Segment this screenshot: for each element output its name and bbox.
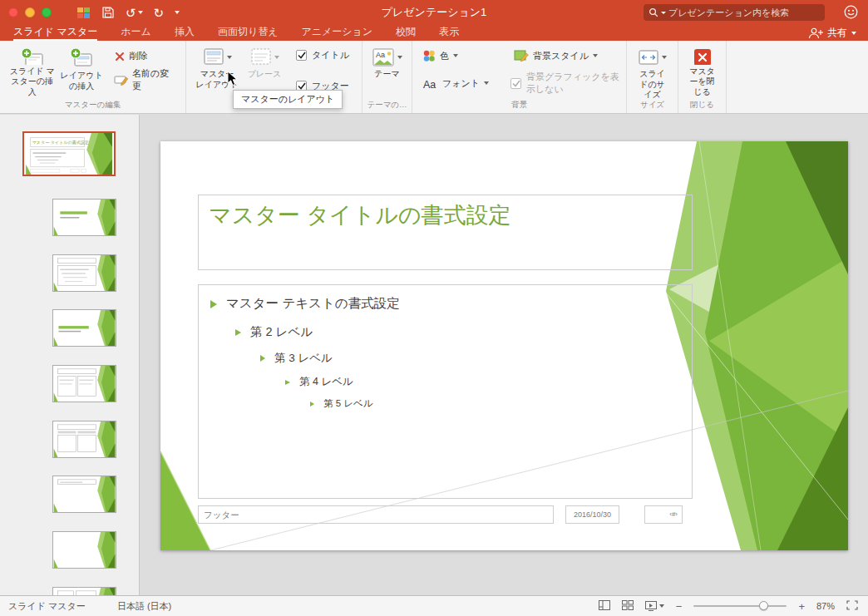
thumbnail-layout-title-content[interactable] bbox=[52, 254, 116, 292]
theme-aa-glyph: Aa bbox=[376, 51, 385, 59]
footer-text: フッター bbox=[204, 510, 239, 520]
save-icon[interactable] bbox=[101, 6, 115, 19]
search-icon bbox=[649, 7, 658, 17]
tab-slide-master[interactable]: スライド マスター bbox=[13, 25, 97, 41]
group-label-size: サイズ bbox=[627, 100, 678, 111]
tab-review[interactable]: 校閲 bbox=[396, 25, 416, 41]
footer-placeholder[interactable]: フッター bbox=[198, 505, 554, 524]
bullet-text-5: 第 5 レベル bbox=[323, 397, 373, 410]
slide-number-placeholder[interactable]: ‹#› bbox=[644, 505, 683, 524]
hide-background-graphics-checkbox[interactable]: 背景グラフィックを表示しない bbox=[510, 71, 619, 96]
zoom-percent[interactable]: 87% bbox=[816, 601, 835, 611]
statusbar-view-label: スライド マスター bbox=[8, 600, 86, 613]
undo-button[interactable]: ↺ bbox=[126, 7, 143, 19]
search-input[interactable] bbox=[668, 7, 820, 17]
colors-icon bbox=[422, 49, 436, 62]
title-placeholder[interactable]: マスター タイトルの書式設定 bbox=[198, 195, 693, 270]
thumbnail-layout-title-only[interactable] bbox=[52, 476, 116, 513]
background-styles-icon bbox=[514, 49, 529, 62]
zoom-slider-knob[interactable] bbox=[759, 601, 768, 610]
insert-layout-icon bbox=[69, 47, 94, 69]
close-master-label: マスターを閉じる bbox=[688, 67, 717, 98]
bullet-triangle-icon bbox=[260, 355, 265, 362]
tab-view[interactable]: 表示 bbox=[439, 25, 459, 41]
thumbnail-layout-content-caption[interactable] bbox=[52, 587, 116, 595]
zoom-out-button[interactable]: − bbox=[676, 601, 683, 612]
zoom-in-button[interactable]: + bbox=[798, 601, 805, 612]
group-label-themes: テーマの… bbox=[362, 100, 412, 111]
checkmark-icon bbox=[512, 80, 520, 87]
slide-size-icon bbox=[638, 47, 659, 67]
bullet-text-3: 第 3 レベル bbox=[274, 351, 333, 366]
delete-icon bbox=[114, 51, 126, 62]
slide-sorter-view-button[interactable] bbox=[622, 600, 634, 612]
normal-view-button[interactable] bbox=[599, 600, 610, 612]
group-label-close: 閉じる bbox=[678, 100, 726, 111]
insert-slide-master-label: スライド マスターの挿入 bbox=[9, 67, 55, 98]
title-checkbox[interactable]: タイトル bbox=[296, 49, 349, 62]
hide-background-graphics-label: 背景グラフィックを表示しない bbox=[526, 71, 619, 96]
search-scope-caret-icon[interactable] bbox=[661, 12, 666, 14]
view-grid-icon[interactable] bbox=[76, 7, 91, 19]
bullet-level-5: 第 5 レベル bbox=[310, 397, 692, 410]
fonts-button[interactable]: Aa フォント bbox=[419, 76, 492, 91]
title-checkbox-label: タイトル bbox=[312, 49, 349, 62]
thumbnail-layout-blank[interactable] bbox=[52, 531, 116, 569]
background-styles-button[interactable]: 背景スタイル bbox=[510, 47, 601, 64]
date-placeholder[interactable]: 2016/10/30 bbox=[565, 505, 619, 524]
title-checkbox-box bbox=[296, 50, 307, 61]
slide-number-text: ‹#› bbox=[669, 510, 678, 518]
redo-button[interactable]: ↻ bbox=[154, 7, 165, 19]
share-button[interactable]: 共有 bbox=[808, 25, 856, 41]
share-person-icon bbox=[808, 27, 823, 39]
undo-caret-icon[interactable] bbox=[138, 11, 143, 14]
master-title-text: マスター タイトルの書式設定 bbox=[209, 203, 511, 228]
close-window-button[interactable] bbox=[8, 7, 18, 17]
delete-label: 削除 bbox=[130, 50, 148, 62]
slide-thumbnail-panel: マスター タイトルの書式設定 bbox=[0, 115, 140, 595]
toolbar-options-button[interactable] bbox=[175, 11, 180, 14]
feedback-smiley-icon[interactable] bbox=[844, 5, 858, 22]
zoom-slider[interactable] bbox=[693, 600, 787, 612]
zoom-slider-track bbox=[693, 605, 787, 607]
master-layout-label: マスター レイアウト bbox=[195, 69, 239, 90]
slide-size-button[interactable]: スライドのサイズ bbox=[634, 46, 671, 99]
bullet-text-4: 第 4 レベル bbox=[299, 375, 353, 389]
background-styles-label: 背景スタイル bbox=[533, 50, 589, 62]
fit-slide-button[interactable] bbox=[846, 600, 858, 612]
thumbnail-layout-two-content[interactable] bbox=[52, 365, 116, 402]
tab-animations[interactable]: アニメーション bbox=[301, 25, 372, 41]
tooltip: マスターのレイアウト bbox=[233, 90, 343, 109]
delete-button[interactable]: 削除 bbox=[111, 48, 179, 64]
slide-master-editor[interactable]: マスター タイトルの書式設定 マスター テキストの書式設定 第 2 レベル 第 … bbox=[160, 141, 848, 550]
fonts-label: フォント bbox=[442, 77, 480, 90]
zoom-window-button[interactable] bbox=[42, 7, 52, 17]
tab-insert[interactable]: 挿入 bbox=[175, 25, 195, 41]
master-layout-caret-icon bbox=[227, 56, 232, 59]
close-master-button[interactable]: マスターを閉じる bbox=[685, 46, 719, 99]
thumbnail-layout-title-slide[interactable] bbox=[52, 199, 116, 236]
search-box[interactable] bbox=[644, 4, 825, 21]
theme-caret-icon bbox=[397, 56, 402, 59]
thumbnail-slide-master[interactable]: マスター タイトルの書式設定 bbox=[22, 131, 116, 176]
insert-layout-button[interactable]: レイアウトの挿入 bbox=[57, 46, 105, 99]
tab-home[interactable]: ホーム bbox=[121, 25, 151, 41]
redo-icon: ↻ bbox=[154, 7, 165, 19]
thumbnail-layout-section-header[interactable] bbox=[52, 309, 116, 347]
toolbar-options-caret-icon bbox=[175, 11, 180, 14]
status-bar: スライド マスター 日本語 (日本) − + 87% bbox=[0, 595, 868, 616]
rename-button[interactable]: 名前の変更 bbox=[111, 66, 179, 94]
statusbar-language[interactable]: 日本語 (日本) bbox=[117, 600, 171, 613]
slideshow-caret-icon bbox=[659, 604, 664, 608]
ribbon: スライド マスターの挿入 レイアウトの挿入 削除 bbox=[0, 41, 868, 114]
thumbnail-layout-comparison[interactable] bbox=[52, 421, 116, 458]
slideshow-view-button[interactable] bbox=[645, 601, 664, 611]
rename-icon bbox=[114, 74, 128, 86]
insert-slide-master-button[interactable]: スライド マスターの挿入 bbox=[7, 46, 57, 99]
minimize-window-button[interactable] bbox=[25, 7, 35, 17]
tab-transitions[interactable]: 画面切り替え bbox=[218, 25, 279, 41]
insert-placeholder-icon bbox=[250, 47, 272, 67]
colors-button[interactable]: 色 bbox=[419, 47, 461, 64]
body-placeholder[interactable]: マスター テキストの書式設定 第 2 レベル 第 3 レベル 第 4 レベル 第… bbox=[198, 284, 693, 499]
theme-button[interactable]: Aa テーマ bbox=[369, 46, 405, 99]
